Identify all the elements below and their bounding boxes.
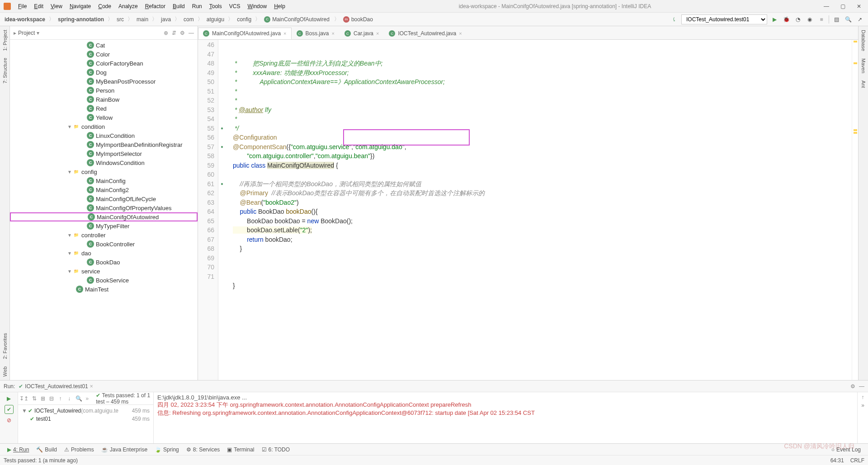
tab-car[interactable]: CCar.java× [340, 28, 384, 39]
strip-database[interactable]: Database [860, 26, 867, 55]
close-icon[interactable]: × [332, 31, 335, 36]
tab-ioctest[interactable]: CIOCTest_Autowired.java× [384, 28, 467, 39]
strip-favorites[interactable]: 2: Favorites [1, 329, 9, 362]
strip-project[interactable]: 1: Project [1, 26, 9, 54]
tool-build[interactable]: 🔨Build [33, 446, 61, 453]
tree-item[interactable]: CDog [10, 68, 198, 77]
menu-help[interactable]: Help [270, 3, 289, 9]
tree-item[interactable]: CMyImportSelector [10, 149, 198, 158]
code-content[interactable]: * 把Spring底层一些组件注入到自定义的Bean中; * xxxAware:… [226, 40, 852, 380]
warning-mark[interactable] [854, 41, 857, 42]
tool-todo[interactable]: ☑6: TODO [258, 446, 294, 453]
line-separator[interactable]: CRLF [850, 457, 864, 464]
tree-folder[interactable]: ▼📁condition [10, 122, 198, 131]
tree-item[interactable]: CMyTypeFilter [10, 221, 198, 230]
tree-folder[interactable]: ▼📁controller [10, 230, 198, 240]
menu-vcs[interactable]: VCS [226, 3, 244, 9]
up-icon[interactable]: ↑ [58, 395, 63, 403]
tree-item[interactable]: CYellow [10, 113, 198, 122]
tree-item[interactable]: CColorFactoryBean [10, 59, 198, 68]
tab-boss[interactable]: CBoss.java× [292, 28, 340, 39]
breadcrumb-item[interactable]: com [183, 16, 195, 23]
tree-item[interactable]: CMainConfigOfPropertyValues [10, 203, 198, 212]
tool-run[interactable]: ▶4: Run [4, 446, 33, 453]
menu-analyze[interactable]: Analyze [115, 3, 142, 9]
tree-folder[interactable]: ▼📁config [10, 167, 198, 176]
tool-jee[interactable]: ☕Java Enterprise [98, 446, 151, 453]
search-icon[interactable]: 🔍 [75, 395, 82, 403]
tree-item[interactable]: CRainBow [10, 95, 198, 104]
tool-terminal[interactable]: ▣Terminal [223, 446, 258, 453]
tree-folder[interactable]: ▼📁service [10, 267, 198, 276]
run-config-select[interactable]: IOCTest_Autowired.test01 [681, 14, 767, 24]
hide-icon[interactable]: — [859, 383, 864, 390]
hide-icon[interactable]: — [189, 30, 194, 36]
tree-item[interactable]: CRed [10, 104, 198, 113]
project-tree[interactable]: CCat CColor CColorFactoryBean CDog CMyBe… [10, 40, 198, 380]
breadcrumb-item[interactable]: config [236, 16, 252, 23]
tree-item[interactable]: CBookService [10, 276, 198, 285]
menu-run[interactable]: Run [189, 3, 206, 9]
coverage-button[interactable]: ◔ [793, 15, 802, 24]
tree-item[interactable]: CBookDao [10, 258, 198, 267]
stop-button-run[interactable]: ⊘ [5, 416, 14, 425]
build-button[interactable]: ⤹ [670, 15, 679, 24]
locate-icon[interactable]: ⊕ [164, 30, 168, 36]
close-icon[interactable]: × [459, 31, 462, 36]
tree-item[interactable]: CMainConfigOfLifeCycle [10, 194, 198, 203]
breadcrumb-item[interactable]: java [160, 16, 172, 23]
down-icon[interactable]: ↓ [66, 395, 71, 403]
strip-structure[interactable]: 7: Structure [1, 54, 9, 87]
menu-refactor[interactable]: Refactor [142, 3, 169, 9]
tree-item[interactable]: CMainTest [10, 285, 198, 294]
close-icon[interactable]: × [90, 383, 93, 390]
breadcrumb-item[interactable]: src [116, 16, 125, 23]
strip-web[interactable]: Web [1, 363, 9, 380]
tree-folder[interactable]: ▼📁dao [10, 249, 198, 258]
maximize-button[interactable]: ▢ [837, 3, 848, 10]
bean-icon[interactable]: ● [218, 142, 226, 152]
menu-file[interactable]: File [14, 3, 30, 9]
rerun-button[interactable]: ▶ [5, 394, 14, 403]
tree-item[interactable]: CPerson [10, 86, 198, 95]
close-icon[interactable]: × [283, 31, 286, 36]
test-row[interactable]: ✔test01 459 ms [22, 415, 150, 423]
settings-button[interactable]: ↗ [855, 15, 864, 24]
menu-code[interactable]: Code [94, 3, 115, 9]
expand-icon[interactable]: ⊞ [40, 395, 45, 403]
search-everywhere-button[interactable]: 🔍 [844, 15, 853, 24]
gear-icon[interactable]: ⚙ [850, 383, 855, 390]
breadcrumb-item[interactable]: main [136, 16, 149, 23]
bean-icon[interactable]: ● [218, 179, 226, 189]
breadcrumb-item[interactable]: idea-workspace [4, 16, 46, 23]
tree-item[interactable]: CMyBeanPostProcessor [10, 77, 198, 86]
structure-button[interactable]: ▤ [832, 15, 841, 24]
tool-problems[interactable]: ⚠Problems [61, 446, 98, 453]
sort-icon[interactable]: ↧↥ [20, 395, 28, 403]
menu-navigate[interactable]: Navigate [66, 3, 94, 9]
profile-button[interactable]: ◉ [805, 15, 814, 24]
tool-services[interactable]: ⚙8: Services [183, 446, 223, 453]
warning-mark[interactable] [854, 62, 857, 64]
run-button[interactable]: ▶ [770, 15, 779, 24]
toggle-button[interactable]: ✔ [5, 405, 14, 414]
breadcrumb-item[interactable]: atguigu [206, 16, 225, 23]
close-icon[interactable]: × [376, 31, 379, 36]
menu-build[interactable]: Build [169, 3, 189, 9]
tree-item[interactable]: CMainConfig2 [10, 185, 198, 194]
minimize-button[interactable]: — [821, 3, 832, 10]
tree-item[interactable]: CColor [10, 50, 198, 59]
breadcrumb-item[interactable]: CMainConifgOfAutowired [263, 16, 331, 23]
run-console[interactable]: E:\jdk\jdk1.8.0_191\bin\java.exe ... 四月 … [154, 392, 857, 443]
debug-button[interactable]: 🐞 [782, 15, 791, 24]
filter-icon[interactable]: ⇅ [32, 395, 37, 403]
tree-item-selected[interactable]: CMainConifgOfAutowired [10, 212, 198, 221]
tree-item[interactable]: CMainConfig [10, 176, 198, 185]
breadcrumb-item[interactable]: mbookDao [342, 16, 375, 23]
menu-tools[interactable]: Tools [206, 3, 226, 9]
gear-icon[interactable]: ⚙ [180, 30, 185, 36]
menu-window[interactable]: Window [244, 3, 270, 9]
menu-view[interactable]: View [47, 3, 66, 9]
tree-item[interactable]: CMyImportBeanDefinitionRegistrar [10, 140, 198, 149]
tab-mainconfig[interactable]: CMainConifgOfAutowired.java× [198, 28, 292, 39]
